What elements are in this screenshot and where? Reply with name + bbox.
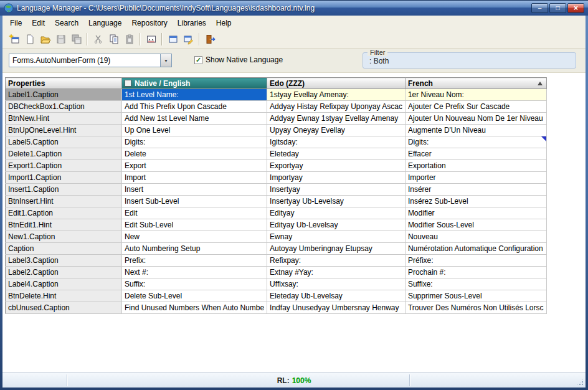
cell-native[interactable]: Auto Numbering Setup [122,243,267,255]
cell-property[interactable]: Export1.Caption [6,160,122,172]
form-window-button[interactable] [165,32,181,47]
cell-native[interactable]: Insert Sub-Level [122,196,267,207]
cell-edo[interactable]: Indfay Unusedyay Umbersnay Henway [267,302,405,314]
cell-edo[interactable]: Exportyay [267,160,405,172]
table-row[interactable]: BtnDelete.Hint Delete Sub-Level Eleteday… [6,290,547,302]
cell-french[interactable]: Nouveau [405,231,546,243]
form-design-button[interactable] [181,32,196,47]
cell-edo[interactable]: Upyay Oneyay Evellay [267,125,405,136]
cell-edo[interactable]: Insertyay Ub-Levelsay [267,196,405,207]
cell-french[interactable]: Préfixe: [405,255,546,267]
table-row[interactable]: Caption Auto Numbering Setup Autoyay Umb… [6,243,547,255]
cell-french[interactable]: Ajouter Ce Prefix Sur Cascade [405,101,546,113]
cell-edo[interactable]: Eleteday [267,148,405,160]
cell-property[interactable]: BtnDelete.Hint [6,290,122,302]
cell-edo[interactable]: Importyay [267,172,405,184]
maximize-button[interactable]: □ [549,3,566,13]
cell-french[interactable]: Suffixe: [405,278,546,290]
cell-native[interactable]: Find Unused Numbers When Auto Numbe [122,302,267,314]
cell-french[interactable]: Insérer [405,184,546,196]
cell-property[interactable]: Edit1.Caption [6,207,122,219]
cell-native[interactable]: Edit [122,207,267,219]
cell-french[interactable]: Ajouter Un Nouveau Nom De 1er Niveau [405,113,546,125]
column-header-properties[interactable]: Properties [6,78,122,89]
cell-property[interactable]: Import1.Caption [6,172,122,184]
cell-french[interactable]: Modifier [405,207,546,219]
exit-button[interactable] [202,32,218,47]
cell-french[interactable]: Importer [405,172,546,184]
chevron-down-icon[interactable]: ▼ [160,54,171,67]
cell-property[interactable]: Label3.Caption [6,255,122,267]
column-header-native[interactable]: Native / English [122,78,267,89]
cell-french[interactable]: Modifier Sous-Level [405,219,546,231]
open-button[interactable] [37,32,53,47]
table-row[interactable]: BtnNew.Hint Add New 1st Level Name Addya… [6,113,547,125]
table-row[interactable]: Label3.Caption Prefix: Refixpay: Préfixe… [6,255,547,267]
table-row[interactable]: DBCheckBox1.Caption Add This Prefix Upon… [6,101,547,113]
cell-native[interactable]: Up One Level [122,125,267,136]
column-header-edo[interactable]: Edo (ZZZ) [267,78,405,89]
menu-language[interactable]: Language [83,16,126,30]
minimize-button[interactable]: – [531,3,548,13]
menu-edit[interactable]: Edit [27,16,50,30]
cell-native[interactable]: Add This Prefix Upon Cascade [122,101,267,113]
save-button[interactable] [53,32,69,47]
cell-edo[interactable]: Uffixsay: [267,278,405,290]
cell-edo[interactable]: Ewnay [267,231,405,243]
menu-libraries[interactable]: Libraries [173,16,211,30]
menu-help[interactable]: Help [211,16,237,30]
cell-native[interactable]: 1st Level Name: [122,89,267,101]
cell-french[interactable]: Augmente D'Un Niveau [405,125,546,136]
form-selector-value[interactable]: Forms.AutoNumberForm (19) [9,54,160,67]
cell-property[interactable]: BtnEdit1.Hint [6,219,122,231]
cell-property[interactable]: BtnNew.Hint [6,113,122,125]
paste-button[interactable] [121,32,137,47]
menu-file[interactable]: File [5,16,27,30]
cell-edo[interactable]: Edityay Ub-Levelsay [267,219,405,231]
cell-french[interactable]: Supprimer Sous-Level [405,290,546,302]
cell-edo[interactable]: Edityay [267,207,405,219]
cell-property[interactable]: cbUnused.Caption [6,302,122,314]
cut-button[interactable] [90,32,106,47]
table-row[interactable]: Insert1.Caption Insert Insertyay Insérer [6,184,547,196]
new-file-button[interactable] [22,32,37,47]
cell-property[interactable]: Insert1.Caption [6,184,122,196]
table-row[interactable]: Label1.Caption 1st Level Name: 1styay Ev… [6,89,547,101]
cell-native[interactable]: Insert [122,184,267,196]
show-native-checkbox[interactable]: ✓ Show Native Language [194,55,283,64]
cell-property[interactable]: DBCheckBox1.Caption [6,101,122,113]
table-row[interactable]: Edit1.Caption Edit Edityay Modifier [6,207,547,219]
copy-button[interactable] [106,32,121,47]
cell-property[interactable]: Label2.Caption [6,267,122,278]
cell-edo[interactable]: 1styay Evellay Amenay: [267,89,405,101]
cell-native[interactable]: Export [122,160,267,172]
table-row[interactable]: Import1.Caption Import Importyay Importe… [6,172,547,184]
cell-native[interactable]: Edit Sub-Level [122,219,267,231]
table-row[interactable]: New1.Caption New Ewnay Nouveau [6,231,547,243]
cell-property[interactable]: Label5.Caption [6,136,122,148]
cell-french[interactable]: Prochain #: [405,267,546,278]
cell-edo[interactable]: Eleteday Ub-Levelsay [267,290,405,302]
cell-french[interactable]: Effacer [405,148,546,160]
cell-native[interactable]: Next #: [122,267,267,278]
cell-edo[interactable]: Igitsday: [267,136,405,148]
cell-french[interactable]: 1er Niveau Nom: [405,89,546,101]
cell-native[interactable]: New [122,231,267,243]
new-language-button[interactable] [6,32,22,47]
cell-edo[interactable]: Addyay Histay Refixpay Uponyay Ascac [267,101,405,113]
cell-native[interactable]: Prefix: [122,255,267,267]
table-row[interactable]: BtnUpOneLevel.Hint Up One Level Upyay On… [6,125,547,136]
checkbox-check-icon[interactable]: ✓ [194,56,202,64]
table-row[interactable]: BtnEdit1.Hint Edit Sub-Level Edityay Ub-… [6,219,547,231]
table-row[interactable]: Label2.Caption Next #: Extnay #Yay: Proc… [6,267,547,278]
title-bar[interactable]: Language Manager - C:\Users\Public\Docum… [0,0,588,16]
dictionary-button[interactable] [143,32,159,47]
cell-edo[interactable]: Refixpay: [267,255,405,267]
table-row[interactable]: Delete1.Caption Delete Eleteday Effacer [6,148,547,160]
cell-native[interactable]: Suffix: [122,278,267,290]
cell-native[interactable]: Delete [122,148,267,160]
cell-edo[interactable]: Insertyay [267,184,405,196]
save-all-button[interactable] [69,32,84,47]
cell-edo[interactable]: Addyay Ewnay 1styay Evellay Amenay [267,113,405,125]
cell-native[interactable]: Add New 1st Level Name [122,113,267,125]
